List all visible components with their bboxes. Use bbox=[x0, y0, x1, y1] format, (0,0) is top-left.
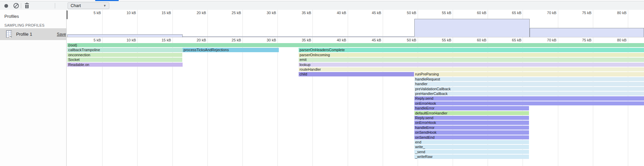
profile-name: Profile 1 bbox=[16, 32, 32, 37]
clear-button[interactable] bbox=[12, 1, 20, 10]
flame-frame[interactable]: handleRequest bbox=[414, 77, 644, 81]
flame-frame[interactable]: _send bbox=[414, 150, 529, 154]
flame-frame-label: emit bbox=[300, 58, 307, 62]
flame-frame-label: defaultErrorHandler bbox=[415, 111, 448, 115]
view-mode-value: Chart bbox=[71, 3, 81, 8]
record-icon bbox=[4, 4, 8, 8]
sidebar-heading: Profiles bbox=[4, 14, 19, 19]
tick-label-flame: 55 kB bbox=[431, 38, 451, 42]
flame-frame[interactable]: onErrorHook bbox=[414, 101, 644, 105]
allocation-overview[interactable] bbox=[67, 10, 644, 37]
flame-frame[interactable]: routeHandler bbox=[299, 67, 644, 71]
flame-frame[interactable]: onErrorHook bbox=[414, 121, 529, 125]
overview-area-segment bbox=[67, 34, 183, 37]
flame-frame-label: Reply.send bbox=[415, 116, 433, 120]
flame-frame-label: Readable.on bbox=[68, 63, 89, 67]
flame-frame[interactable]: handler bbox=[414, 82, 644, 86]
flame-frame-label: onErrorHook bbox=[415, 101, 436, 105]
flame-frame[interactable]: handleError bbox=[414, 106, 529, 110]
flame-frame[interactable]: write_ bbox=[414, 145, 529, 149]
flame-frame-label: lookup bbox=[300, 63, 310, 67]
flame-frame-label: handleRequest bbox=[415, 77, 440, 81]
sampling-profiles-section-label: SAMPLING PROFILES bbox=[4, 23, 44, 27]
chevron-down-icon: ▼ bbox=[103, 4, 106, 7]
overview-area-segment bbox=[530, 28, 644, 37]
tick-label-flame: 35 kB bbox=[291, 38, 311, 42]
flame-frame[interactable]: processTicksAndRejections bbox=[183, 48, 279, 52]
flame-frame[interactable]: _writeRaw bbox=[414, 155, 529, 159]
save-profile-link[interactable]: Save bbox=[57, 32, 66, 37]
overview-area-segment bbox=[414, 19, 530, 37]
delete-profile-button[interactable] bbox=[23, 1, 31, 10]
flame-frame[interactable]: Reply.send bbox=[414, 96, 644, 100]
tick-label-flame: 15 kB bbox=[151, 38, 171, 42]
flame-frame[interactable]: preHandlerCallback bbox=[414, 92, 644, 96]
flame-frame-label: preValidationCallback bbox=[415, 87, 451, 91]
flame-frame-label: onSendHook bbox=[415, 130, 437, 134]
pane-separator bbox=[55, 3, 55, 8]
flame-frame[interactable]: handleError bbox=[414, 126, 529, 130]
tick-label-flame: 70 kB bbox=[536, 38, 557, 42]
flame-frame[interactable]: Socket bbox=[67, 58, 182, 62]
tick-label-flame: 65 kB bbox=[501, 38, 521, 42]
flame-frame-label: handler bbox=[415, 82, 428, 86]
flame-frame[interactable]: onconnection bbox=[67, 53, 182, 57]
tick-label-flame: 75 kB bbox=[571, 38, 592, 42]
flame-frame[interactable]: onSendEnd bbox=[414, 135, 529, 139]
tick-label-flame: 10 kB bbox=[116, 38, 136, 42]
toolbar-separator bbox=[21, 3, 21, 8]
flame-frame[interactable]: runPreParsing bbox=[414, 72, 644, 76]
tick-label-flame: 40 kB bbox=[326, 38, 346, 42]
flame-frame-label: (root) bbox=[68, 43, 77, 47]
flame-frame[interactable]: parserOnIncoming bbox=[299, 53, 644, 57]
devtools-sampling-profiler: Chart ▼ Profiles SAMPLING PROFILES % Pro… bbox=[0, 0, 644, 166]
flame-frame-label: end bbox=[415, 140, 421, 144]
overview-left-handle[interactable] bbox=[67, 10, 68, 19]
flame-frame-label: onconnection bbox=[68, 53, 90, 57]
tick-label-flame: 20 kB bbox=[186, 38, 206, 42]
flame-frame-label: _writeRaw bbox=[415, 155, 432, 159]
flame-frame-label: write_ bbox=[415, 145, 425, 149]
flame-frame-label: preHandlerCallback bbox=[415, 92, 448, 96]
heap-profile-icon: % bbox=[6, 30, 12, 38]
flame-chart[interactable]: (root)callbackTrampolineprocessTicksAndR… bbox=[67, 43, 644, 166]
trash-icon bbox=[25, 3, 29, 8]
flame-frame[interactable]: Readable.on bbox=[67, 63, 183, 67]
tick-label-flame: 5 kB bbox=[81, 38, 101, 42]
profiles-sidebar: Profiles SAMPLING PROFILES % Profile 1 S… bbox=[0, 10, 67, 166]
flame-frame-label: _send bbox=[415, 150, 425, 154]
sidebar-item-profile-1[interactable]: % Profile 1 Save bbox=[0, 28, 66, 40]
flame-frame[interactable]: emit bbox=[299, 58, 644, 62]
flame-frame[interactable]: onSendHook bbox=[414, 130, 529, 134]
flame-frame[interactable]: defaultErrorHandler bbox=[414, 111, 529, 115]
view-mode-select[interactable]: Chart ▼ bbox=[68, 2, 109, 9]
flame-frame[interactable]: (root) bbox=[67, 43, 644, 47]
flame-frame-label: runPreParsing bbox=[415, 72, 439, 76]
flame-frame-label: child bbox=[300, 72, 307, 76]
flame-frame[interactable]: callbackTrampoline bbox=[67, 48, 183, 52]
flame-frame-label: onSendEnd bbox=[415, 135, 435, 139]
tick-label-flame: 60 kB bbox=[466, 38, 486, 42]
flame-frame-label: routeHandler bbox=[300, 67, 321, 71]
clear-icon bbox=[13, 3, 19, 8]
flame-frame-label: processTicksAndRejections bbox=[184, 48, 229, 52]
flame-frame[interactable]: preValidationCallback bbox=[414, 87, 644, 91]
flame-frame[interactable]: child bbox=[299, 72, 414, 76]
tick-label-flame: 30 kB bbox=[256, 38, 276, 42]
flame-frame-label: handleError bbox=[415, 126, 434, 130]
flame-frame-label: callbackTrampoline bbox=[68, 48, 100, 52]
flame-frame-label: parserOnIncoming bbox=[300, 53, 330, 57]
tick-label-flame: 80 kB bbox=[606, 38, 627, 42]
flame-frame-label: parserOnHeadersComplete bbox=[300, 48, 345, 52]
flame-frame[interactable]: parserOnHeadersComplete bbox=[299, 48, 644, 52]
flame-frame-label: Reply.send bbox=[415, 96, 433, 100]
record-button[interactable] bbox=[2, 1, 10, 10]
profiler-toolbar: Chart ▼ bbox=[0, 1, 644, 10]
tick-label-flame: 45 kB bbox=[361, 38, 381, 42]
flame-frame[interactable]: lookup bbox=[299, 63, 644, 67]
flame-frame-label: handleError bbox=[415, 106, 434, 110]
flame-frame[interactable]: Reply.send bbox=[414, 116, 529, 120]
flame-frame[interactable]: end bbox=[414, 140, 529, 144]
chart-pane: 5 kB10 kB15 kB20 kB25 kB30 kB35 kB40 kB4… bbox=[67, 10, 644, 166]
flame-frame-label: Socket bbox=[68, 58, 80, 62]
